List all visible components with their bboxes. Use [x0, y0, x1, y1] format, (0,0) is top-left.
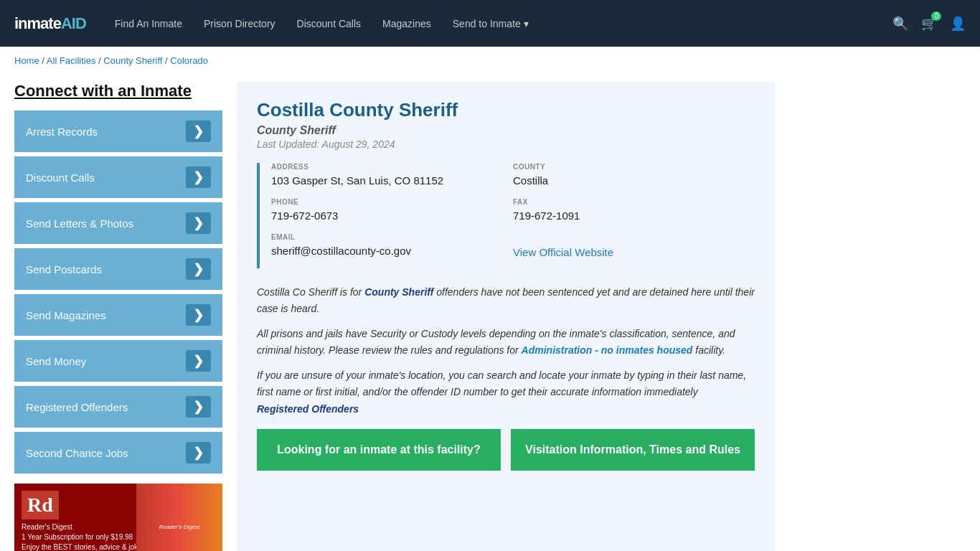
ad-text: Reader's Digest 1 Year Subscription for …	[22, 522, 147, 551]
nav-find-inmate[interactable]: Find An Inmate	[115, 18, 182, 29]
cart-badge: 0	[931, 11, 941, 21]
arrow-icon: ❯	[186, 166, 211, 188]
nav-send-to-inmate[interactable]: Send to Inmate ▾	[453, 18, 529, 29]
phone-value: 719-672-0673	[271, 208, 506, 223]
arrow-icon: ❯	[186, 442, 211, 463]
breadcrumb-state[interactable]: Colorado	[170, 55, 208, 66]
website-cell: View Official Website	[513, 233, 755, 258]
nav-icons: 🔍 🛒 0 👤	[892, 16, 966, 32]
breadcrumb: Home / All Facilities / County Sheriff /…	[0, 47, 980, 75]
address-cell: ADDRESS 103 Gasper St, San Luis, CO 8115…	[271, 163, 513, 188]
logo-text: inmateAID	[14, 14, 86, 33]
sidebar-title: Connect with an Inmate	[14, 82, 222, 100]
arrow-icon: ❯	[186, 121, 211, 142]
sidebar-btn-send-magazines[interactable]: Send Magazines ❯	[14, 294, 222, 336]
sidebar-btn-send-money[interactable]: Send Money ❯	[14, 340, 222, 382]
bottom-buttons: Looking for an inmate at this facility? …	[257, 429, 755, 471]
cart-icon[interactable]: 🛒 0	[921, 16, 937, 32]
find-inmate-button[interactable]: Looking for an inmate at this facility?	[257, 429, 501, 471]
county-cell: COUNTY Costilla	[513, 163, 755, 188]
desc-paragraph-2: All prisons and jails have Security or C…	[257, 326, 755, 359]
desc-paragraph-1: Costilla Co Sheriff is for County Sherif…	[257, 284, 755, 317]
county-sheriff-link[interactable]: County Sheriff	[364, 286, 433, 298]
sidebar-btn-send-letters[interactable]: Send Letters & Photos ❯	[14, 202, 222, 244]
arrow-icon: ❯	[186, 396, 211, 418]
nav-discount-calls[interactable]: Discount Calls	[297, 18, 361, 29]
registered-offenders-link[interactable]: Registered Offenders	[257, 403, 359, 415]
description-section: Costilla Co Sheriff is for County Sherif…	[257, 284, 755, 418]
nav-links: Find An Inmate Prison Directory Discount…	[115, 18, 892, 29]
logo[interactable]: inmateAID	[14, 14, 86, 33]
address-value: 103 Gasper St, San Luis, CO 81152	[271, 173, 506, 188]
county-label: COUNTY	[513, 163, 748, 171]
address-label: ADDRESS	[271, 163, 506, 171]
ad-covers: Reader's Digest	[136, 484, 222, 551]
sidebar: Connect with an Inmate Arrest Records ❯ …	[14, 82, 222, 551]
sidebar-btn-second-chance-jobs[interactable]: Second Chance Jobs ❯	[14, 432, 222, 474]
nav-prison-directory[interactable]: Prison Directory	[204, 18, 275, 29]
arrow-icon: ❯	[186, 304, 211, 326]
sidebar-btn-arrest-records[interactable]: Arrest Records ❯	[14, 110, 222, 152]
user-icon[interactable]: 👤	[950, 16, 966, 32]
email-value: sheriff@costillacounty-co.gov	[271, 243, 506, 258]
fax-value: 719-672-1091	[513, 208, 748, 223]
facility-content: Costilla County Sheriff County Sheriff L…	[237, 82, 775, 551]
navbar: inmateAID Find An Inmate Prison Director…	[0, 0, 980, 47]
arrow-icon: ❯	[186, 212, 211, 234]
facility-updated: Last Updated: August 29, 2024	[257, 138, 755, 150]
view-official-website-link[interactable]: View Official Website	[513, 246, 613, 258]
phone-cell: PHONE 719-672-0673	[271, 198, 513, 223]
search-icon[interactable]: 🔍	[892, 16, 908, 32]
facility-type: County Sheriff	[257, 124, 755, 137]
fax-label: FAX	[513, 198, 748, 206]
arrow-icon: ❯	[186, 350, 211, 372]
sidebar-btn-registered-offenders[interactable]: Registered Offenders ❯	[14, 386, 222, 428]
phone-label: PHONE	[271, 198, 506, 206]
email-cell: EMAIL sheriff@costillacounty-co.gov	[271, 233, 513, 258]
arrow-icon: ❯	[186, 258, 211, 280]
main-layout: Connect with an Inmate Arrest Records ❯ …	[0, 75, 789, 551]
facility-name: Costilla County Sheriff	[257, 99, 755, 121]
nav-magazines[interactable]: Magazines	[382, 18, 431, 29]
breadcrumb-all-facilities[interactable]: All Facilities	[47, 55, 96, 66]
county-value: Costilla	[513, 173, 748, 188]
fax-cell: FAX 719-672-1091	[513, 198, 755, 223]
breadcrumb-county-sheriff[interactable]: County Sheriff	[103, 55, 162, 66]
breadcrumb-home[interactable]: Home	[14, 55, 39, 66]
ad-logo: Rd	[22, 491, 59, 519]
desc-paragraph-3: If you are unsure of your inmate's locat…	[257, 367, 755, 417]
ad-banner[interactable]: Rd Reader's Digest 1 Year Subscription f…	[14, 484, 222, 551]
sidebar-btn-send-postcards[interactable]: Send Postcards ❯	[14, 248, 222, 290]
facility-info-grid: ADDRESS 103 Gasper St, San Luis, CO 8115…	[257, 163, 755, 268]
visitation-info-button[interactable]: Visitation Information, Times and Rules	[511, 429, 755, 471]
sidebar-btn-discount-calls[interactable]: Discount Calls ❯	[14, 156, 222, 198]
admin-link[interactable]: Administration - no inmates housed	[522, 344, 693, 356]
email-label: EMAIL	[271, 233, 506, 241]
